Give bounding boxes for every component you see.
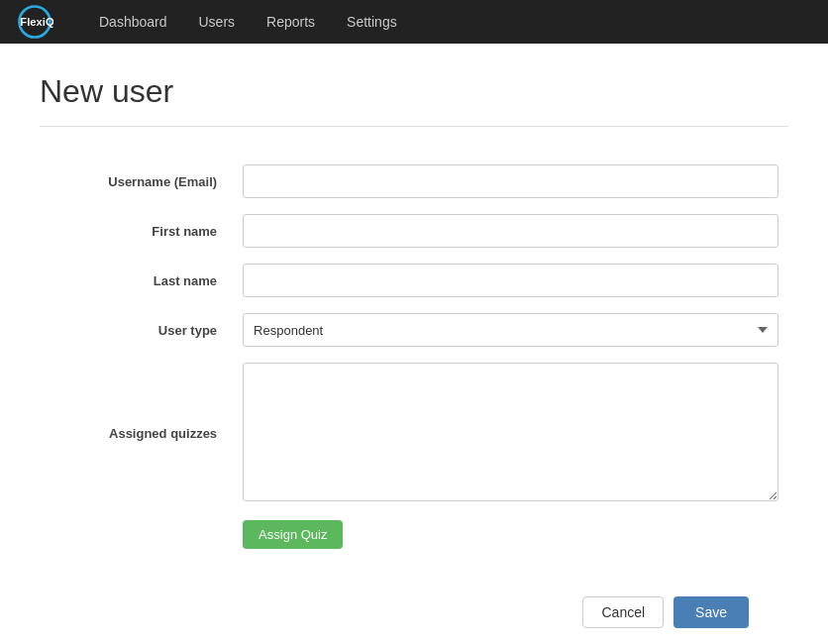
nav-link-reports[interactable]: Reports — [253, 10, 329, 34]
assign-quiz-row: Assign Quiz — [40, 512, 788, 557]
divider — [40, 126, 788, 127]
lastname-input[interactable] — [243, 264, 778, 297]
svg-text:FlexiQ: FlexiQ — [20, 16, 53, 28]
nav-link-users[interactable]: Users — [185, 10, 250, 34]
usertype-row: User type Respondent Admin — [40, 305, 788, 355]
firstname-label: First name — [40, 206, 233, 256]
lastname-label: Last name — [40, 256, 233, 305]
username-row: Username (Email) — [40, 157, 788, 206]
assign-quiz-button[interactable]: Assign Quiz — [243, 520, 343, 549]
new-user-form: Username (Email) First name Last name — [40, 157, 788, 557]
firstname-input[interactable] — [243, 214, 778, 248]
assign-quiz-spacer — [40, 512, 233, 557]
page-content: New user Username (Email) First name Las… — [0, 44, 828, 644]
usertype-label: User type — [40, 305, 233, 355]
username-label: Username (Email) — [40, 157, 233, 206]
lastname-row: Last name — [40, 256, 788, 305]
nav-links: Dashboard Users Reports Settings — [85, 10, 411, 34]
assigned-quizzes-textarea[interactable] — [243, 363, 778, 501]
brand-logo-container: FlexiQ — [16, 3, 53, 41]
nav-link-dashboard[interactable]: Dashboard — [85, 10, 181, 34]
cancel-button[interactable]: Cancel — [582, 596, 664, 628]
usertype-select[interactable]: Respondent Admin — [243, 313, 778, 347]
form-actions: Cancel Save — [40, 596, 788, 628]
nav-link-settings[interactable]: Settings — [333, 10, 411, 34]
firstname-row: First name — [40, 206, 788, 256]
navbar: FlexiQ Dashboard Users Reports Settings — [0, 0, 828, 44]
assigned-quizzes-label: Assigned quizzes — [40, 355, 233, 512]
assigned-quizzes-row: Assigned quizzes — [40, 355, 788, 512]
page-title: New user — [40, 73, 788, 110]
flexiquiz-logo: FlexiQ — [16, 3, 53, 41]
username-input[interactable] — [243, 164, 778, 198]
save-button[interactable]: Save — [673, 596, 749, 628]
